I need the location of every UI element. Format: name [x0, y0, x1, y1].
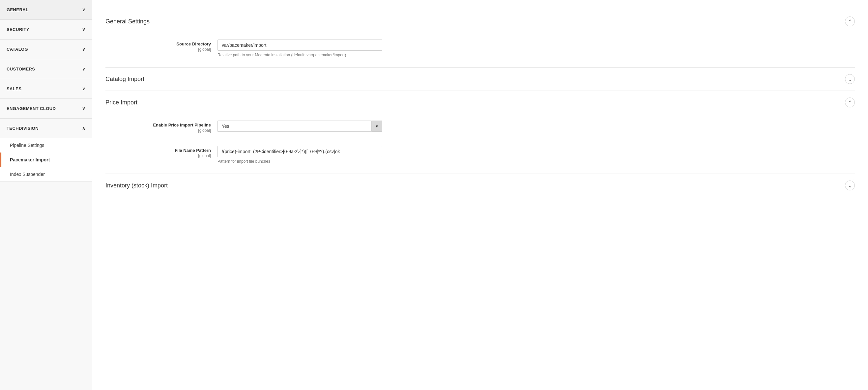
sidebar-section-security: SECURITY∨	[0, 20, 92, 39]
form-select-wrap-enable-price-import-pipeline: YesNo▾	[217, 121, 382, 132]
config-section-header-price-import: Price Import⌃	[105, 91, 855, 114]
chevron-down-icon: ∨	[82, 27, 85, 32]
chevron-up-icon: ∧	[82, 126, 85, 131]
chevron-down-icon: ∨	[82, 47, 85, 52]
sidebar-section-label-catalog: CATALOG	[7, 47, 28, 52]
form-select-dropdown-btn-enable-price-import-pipeline[interactable]: ▾	[371, 121, 382, 132]
form-select-enable-price-import-pipeline[interactable]: YesNo	[217, 121, 371, 132]
config-section-toggle-inventory-stock-import[interactable]: ⌄	[845, 181, 855, 190]
sidebar-section-label-techdivision: TECHDIVISION	[7, 126, 38, 131]
config-section-general-settings: General Settings⌃Source Directory[global…	[105, 10, 855, 67]
config-section-inventory-stock-import: Inventory (stock) Import⌄	[105, 174, 855, 197]
config-section-toggle-price-import[interactable]: ⌃	[845, 98, 855, 107]
sidebar-item-index-suspender[interactable]: Index Suspender	[0, 167, 92, 182]
config-section-content-general-settings: Source Directory[global]Relative path to…	[105, 33, 855, 67]
sidebar-items-techdivision: Pipeline SettingsPacemaker ImportIndex S…	[0, 138, 92, 182]
config-section-title-price-import: Price Import	[105, 99, 137, 106]
form-hint-file-name-pattern: Pattern for import file bunches	[217, 159, 382, 164]
sidebar-section-label-engagement-cloud: ENGAGEMENT CLOUD	[7, 106, 56, 111]
sidebar-section-techdivision: TECHDIVISION∧Pipeline SettingsPacemaker …	[0, 119, 92, 182]
sidebar-section-header-general[interactable]: GENERAL∨	[0, 0, 92, 20]
main-content: General Settings⌃Source Directory[global…	[92, 0, 868, 390]
form-label-file-name-pattern: File Name Pattern[global]	[105, 146, 217, 158]
form-label-main-file-name-pattern: File Name Pattern	[105, 148, 211, 153]
config-section-toggle-catalog-import[interactable]: ⌄	[845, 74, 855, 84]
config-section-header-catalog-import: Catalog Import⌄	[105, 67, 855, 91]
form-label-main-enable-price-import-pipeline: Enable Price Import Pipeline	[105, 123, 211, 128]
chevron-down-icon: ∨	[82, 106, 85, 111]
config-section-toggle-general-settings[interactable]: ⌃	[845, 17, 855, 26]
config-section-title-general-settings: General Settings	[105, 18, 150, 25]
form-control-wrap-enable-price-import-pipeline: YesNo▾	[217, 121, 855, 132]
form-label-sub-enable-price-import-pipeline: [global]	[105, 128, 211, 133]
config-section-price-import: Price Import⌃Enable Price Import Pipelin…	[105, 91, 855, 174]
config-section-catalog-import: Catalog Import⌄	[105, 67, 855, 91]
sidebar-section-catalog: CATALOG∨	[0, 39, 92, 59]
chevron-down-icon: ∨	[82, 7, 85, 12]
sidebar-section-sales: SALES∨	[0, 79, 92, 99]
config-section-title-catalog-import: Catalog Import	[105, 76, 144, 83]
sidebar-section-header-catalog[interactable]: CATALOG∨	[0, 39, 92, 59]
chevron-down-icon: ∨	[82, 86, 85, 91]
sidebar-section-header-customers[interactable]: CUSTOMERS∨	[0, 59, 92, 79]
sidebar-section-engagement-cloud: ENGAGEMENT CLOUD∨	[0, 99, 92, 119]
sidebar-section-label-security: SECURITY	[7, 27, 29, 32]
form-input-file-name-pattern[interactable]	[217, 146, 382, 157]
form-control-wrap-source-directory: Relative path to your Magento installati…	[217, 39, 855, 57]
config-section-header-general-settings: General Settings⌃	[105, 10, 855, 33]
form-row-enable-price-import-pipeline: Enable Price Import Pipeline[global]YesN…	[105, 114, 855, 139]
form-input-source-directory[interactable]	[217, 39, 382, 51]
sidebar-section-label-customers: CUSTOMERS	[7, 67, 35, 71]
form-label-sub-file-name-pattern: [global]	[105, 154, 211, 158]
sidebar-section-header-engagement-cloud[interactable]: ENGAGEMENT CLOUD∨	[0, 99, 92, 118]
config-section-content-price-import: Enable Price Import Pipeline[global]YesN…	[105, 114, 855, 173]
sidebar-item-pipeline-settings[interactable]: Pipeline Settings	[0, 138, 92, 153]
form-label-sub-source-directory: [global]	[105, 47, 211, 52]
sidebar-section-customers: CUSTOMERS∨	[0, 59, 92, 79]
sidebar: GENERAL∨SECURITY∨CATALOG∨CUSTOMERS∨SALES…	[0, 0, 92, 390]
sidebar-section-label-general: GENERAL	[7, 7, 28, 12]
chevron-down-icon: ∨	[82, 67, 85, 71]
form-row-file-name-pattern: File Name Pattern[global]Pattern for imp…	[105, 139, 855, 170]
sidebar-section-header-security[interactable]: SECURITY∨	[0, 20, 92, 39]
config-section-header-inventory-stock-import: Inventory (stock) Import⌄	[105, 174, 855, 197]
form-label-main-source-directory: Source Directory	[105, 41, 211, 46]
sidebar-section-label-sales: SALES	[7, 86, 22, 91]
form-control-wrap-file-name-pattern: Pattern for import file bunches	[217, 146, 855, 164]
config-section-title-inventory-stock-import: Inventory (stock) Import	[105, 182, 168, 189]
sidebar-section-general: GENERAL∨	[0, 0, 92, 20]
sidebar-section-header-techdivision[interactable]: TECHDIVISION∧	[0, 119, 92, 138]
sidebar-item-pacemaker-import[interactable]: Pacemaker Import	[0, 153, 92, 167]
sidebar-section-header-sales[interactable]: SALES∨	[0, 79, 92, 98]
form-label-enable-price-import-pipeline: Enable Price Import Pipeline[global]	[105, 121, 217, 133]
form-label-source-directory: Source Directory[global]	[105, 39, 217, 52]
form-row-source-directory: Source Directory[global]Relative path to…	[105, 33, 855, 64]
form-hint-source-directory: Relative path to your Magento installati…	[217, 53, 382, 57]
